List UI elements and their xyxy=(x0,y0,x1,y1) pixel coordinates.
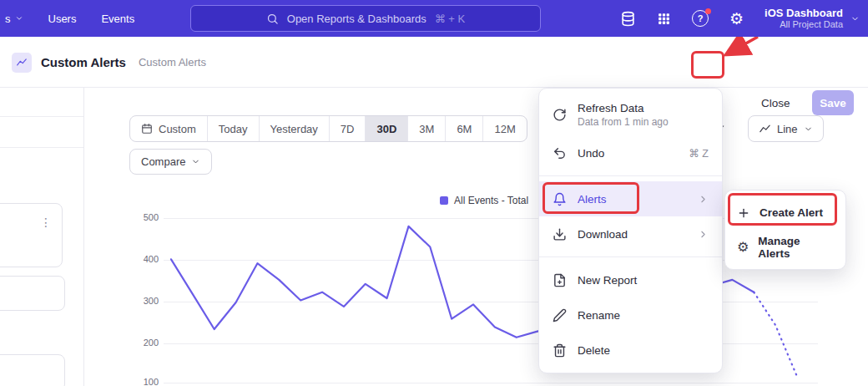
app-root: s Users Events Open Reports & Dashboards… xyxy=(0,0,868,386)
legend-label: All Events - Total xyxy=(454,195,528,206)
notification-dot xyxy=(705,8,711,14)
search-shortcut-hint: ⌘ + K xyxy=(435,13,466,25)
range-12m[interactable]: 12M xyxy=(483,116,526,141)
menu-label: Download xyxy=(578,228,628,241)
close-button[interactable]: Close xyxy=(761,97,790,109)
sidebar-card[interactable] xyxy=(0,354,65,386)
submenu-label: Create Alert xyxy=(760,206,823,219)
menu-item-refresh-data[interactable]: Refresh Data Data from 1 min ago xyxy=(539,94,722,135)
menu-item-undo[interactable]: Undo ⌘ Z xyxy=(539,135,722,170)
calendar-icon xyxy=(141,123,153,135)
data-management-icon[interactable] xyxy=(620,11,636,27)
sidebar-row-divider xyxy=(0,147,83,148)
submenu-item-create-alert[interactable]: Create Alert xyxy=(725,196,845,230)
gear-icon: ⚙ xyxy=(737,241,749,254)
nav-boards-partial[interactable]: s xyxy=(5,13,23,25)
search-placeholder: Open Reports & Dashboards xyxy=(287,13,426,25)
legend-swatch xyxy=(440,196,448,205)
range-3m[interactable]: 3M xyxy=(408,116,446,141)
y-axis-tick: 100 xyxy=(134,377,159,386)
kebab-menu-icon[interactable]: ⋮ xyxy=(40,216,52,229)
range-30d[interactable]: 30D xyxy=(366,116,408,141)
bell-icon xyxy=(553,192,567,206)
plus-icon xyxy=(737,206,750,220)
nav-events[interactable]: Events xyxy=(101,13,134,25)
help-icon[interactable]: ? xyxy=(692,10,709,27)
menu-sublabel: Data from 1 min ago xyxy=(578,116,669,128)
submenu-item-manage-alerts[interactable]: ⚙ Manage Alerts xyxy=(725,230,845,264)
download-icon xyxy=(553,227,567,241)
sidebar-row-divider xyxy=(0,116,83,117)
date-range-control: Custom Today Yesterday 7D 30D 3M 6M 12M xyxy=(129,115,527,142)
nav-users[interactable]: Users xyxy=(48,13,77,25)
sidebar-divider xyxy=(83,88,84,386)
chevron-down-icon xyxy=(850,14,860,23)
breadcrumb: Custom Alerts xyxy=(139,56,206,69)
apps-grid-icon[interactable] xyxy=(657,12,671,26)
menu-label: Refresh Data xyxy=(578,102,669,114)
menu-item-new-report[interactable]: New Report xyxy=(539,262,722,297)
menu-item-alerts[interactable]: Alerts xyxy=(539,181,722,216)
menu-item-download[interactable]: Download xyxy=(539,216,722,251)
menu-label: Rename xyxy=(578,309,620,322)
pencil-icon xyxy=(553,308,567,323)
menu-item-rename[interactable]: Rename xyxy=(539,297,722,333)
chevron-right-icon xyxy=(698,194,709,205)
alerts-submenu: Create Alert ⚙ Manage Alerts xyxy=(724,190,846,270)
chevron-down-icon xyxy=(15,14,23,23)
page-title: Custom Alerts xyxy=(41,55,126,69)
context-menu: Refresh Data Data from 1 min ago Undo ⌘ … xyxy=(538,88,723,373)
compare-button[interactable]: Compare xyxy=(129,149,212,175)
topbar-nav: s Users Events xyxy=(5,0,134,37)
chevron-down-icon xyxy=(191,157,200,166)
range-6m[interactable]: 6M xyxy=(446,116,483,141)
range-7d[interactable]: 7D xyxy=(330,116,366,141)
nav-boards-label: s xyxy=(5,13,11,25)
project-switcher[interactable]: iOS Dashboard All Project Data xyxy=(765,7,860,30)
chart-type-button[interactable]: Line xyxy=(748,115,824,142)
trash-icon xyxy=(553,343,567,358)
save-button[interactable]: Save xyxy=(812,90,854,115)
undo-icon xyxy=(553,146,567,160)
topbar-actions: ? ⚙ iOS Dashboard All Project Data xyxy=(620,0,860,37)
sidebar-card[interactable] xyxy=(0,276,65,311)
y-axis-tick: 400 xyxy=(134,254,159,264)
keyboard-shortcut: ⌘ Z xyxy=(689,147,709,160)
menu-label: New Report xyxy=(578,274,637,287)
chevron-down-icon xyxy=(804,124,813,134)
y-axis-tick: 300 xyxy=(134,296,159,306)
menu-item-delete[interactable]: Delete xyxy=(539,333,722,368)
sidebar-card[interactable]: ⋮ xyxy=(0,203,63,267)
new-report-icon xyxy=(553,273,567,287)
y-axis-tick: 200 xyxy=(134,338,159,348)
refresh-icon xyxy=(553,108,567,122)
submenu-label: Manage Alerts xyxy=(758,235,834,260)
range-yesterday[interactable]: Yesterday xyxy=(260,116,330,141)
menu-label: Alerts xyxy=(578,193,607,206)
project-name: iOS Dashboard xyxy=(765,7,843,19)
project-scope: All Project Data xyxy=(765,19,843,30)
report-type-icon xyxy=(12,53,32,73)
search-icon xyxy=(266,13,279,25)
line-chart-icon xyxy=(759,123,771,135)
settings-gear-icon[interactable]: ⚙ xyxy=(729,11,744,27)
global-search-input[interactable]: Open Reports & Dashboards ⌘ + K xyxy=(190,5,541,32)
range-custom[interactable]: Custom xyxy=(130,116,208,141)
chart-legend[interactable]: All Events - Total xyxy=(440,195,528,206)
chevron-right-icon xyxy=(698,229,709,240)
report-header: Custom Alerts Custom Alerts GV Duplicate… xyxy=(0,37,868,88)
y-axis-tick: 500 xyxy=(134,212,159,222)
range-today[interactable]: Today xyxy=(208,116,260,141)
menu-label: Delete xyxy=(578,344,610,357)
menu-divider xyxy=(539,175,722,176)
topbar: s Users Events Open Reports & Dashboards… xyxy=(0,0,868,37)
menu-label: Undo xyxy=(578,147,604,160)
menu-divider xyxy=(539,256,722,257)
